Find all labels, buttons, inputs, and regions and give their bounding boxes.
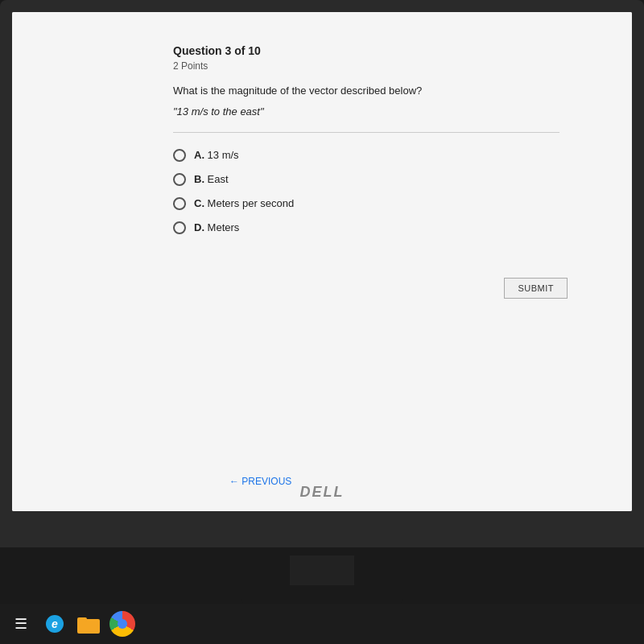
option-b[interactable]: B. East: [173, 173, 559, 186]
radio-a[interactable]: [173, 149, 186, 162]
monitor-bezel: Question 3 of 10 2 Points What is the ma…: [0, 0, 644, 547]
options-list: A. 13 m/s B. East C. Meters per second: [173, 149, 559, 234]
folder-button[interactable]: [74, 609, 103, 638]
screen: Question 3 of 10 2 Points What is the ma…: [12, 12, 632, 511]
previous-link[interactable]: ← PREVIOUS: [229, 476, 291, 487]
taskbar: ☰ e: [0, 604, 644, 644]
option-d-label: D. Meters: [194, 221, 239, 233]
option-d[interactable]: D. Meters: [173, 221, 559, 234]
start-icon: ☰: [14, 615, 27, 633]
folder-icon: [77, 614, 100, 634]
points-label: 2 Points: [173, 60, 559, 72]
radio-d[interactable]: [173, 221, 186, 234]
vector-description: "13 m/s to the east": [173, 105, 559, 118]
question-area: Question 3 of 10 2 Points What is the ma…: [173, 44, 559, 234]
option-b-label: B. East: [194, 173, 229, 185]
question-text: What is the magnitude of the vector desc…: [173, 83, 559, 99]
chrome-button[interactable]: [108, 609, 137, 638]
svg-text:e: e: [52, 617, 58, 630]
chrome-icon: [109, 611, 135, 637]
option-c[interactable]: C. Meters per second: [173, 197, 559, 210]
option-a[interactable]: A. 13 m/s: [173, 149, 559, 162]
option-a-label: A. 13 m/s: [194, 149, 239, 161]
bottom-bezel: DELL: [0, 511, 644, 547]
divider: [173, 132, 559, 133]
option-c-label: C. Meters per second: [194, 197, 294, 209]
ie-button[interactable]: e: [40, 609, 69, 638]
quiz-content: Question 3 of 10 2 Points What is the ma…: [12, 12, 632, 511]
monitor-stand-base: [242, 585, 402, 605]
ie-icon: e: [43, 613, 66, 635]
svg-rect-3: [77, 617, 87, 622]
question-number: Question 3 of 10: [173, 44, 559, 57]
radio-c[interactable]: [173, 197, 186, 210]
dell-logo: DELL: [300, 484, 345, 501]
start-button[interactable]: ☰: [6, 609, 35, 638]
submit-button[interactable]: SUBMIT: [504, 278, 568, 299]
radio-b[interactable]: [173, 173, 186, 186]
